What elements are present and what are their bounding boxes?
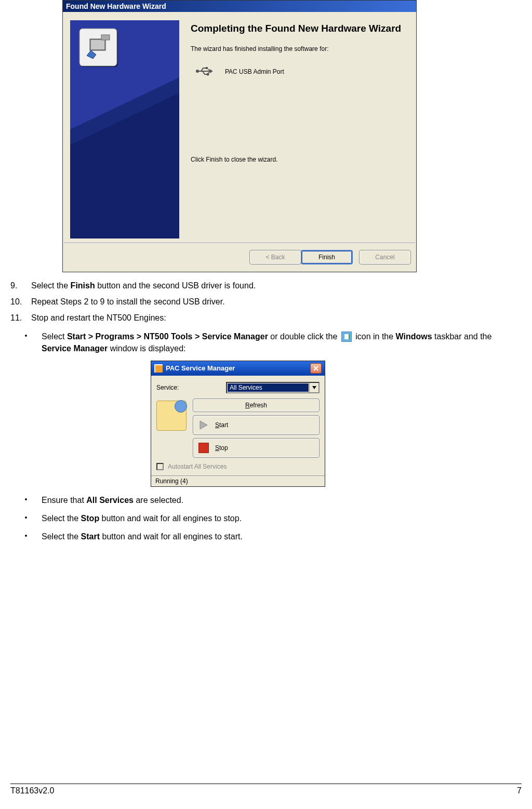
bullet-icon: • xyxy=(10,494,42,506)
close-button[interactable] xyxy=(310,363,322,374)
cancel-button[interactable]: Cancel xyxy=(359,250,411,264)
footer-doc-id: T81163v2.0 xyxy=(10,786,55,795)
page-footer: T81163v2.0 7 xyxy=(10,784,522,795)
hardware-wizard-window: Found New Hardware Wizard xyxy=(62,0,417,272)
sub-bullet-list: • Select Start > Programs > NT500 Tools … xyxy=(10,330,522,354)
service-manager-status: Running (4) xyxy=(151,475,325,486)
wizard-titlebar: Found New Hardware Wizard xyxy=(63,1,416,12)
wizard-heading: Completing the Found New Hardware Wizard xyxy=(191,22,404,35)
stop-icon xyxy=(198,443,209,453)
taskbar-service-icon xyxy=(341,331,352,342)
service-dropdown[interactable]: All Services xyxy=(226,382,320,393)
close-icon xyxy=(313,366,318,371)
chevron-down-icon xyxy=(309,383,318,392)
sub-bullet-list-cont: • Ensure that All Services are selected.… xyxy=(10,494,522,543)
step-text: Repeat Steps 2 to 9 to install the secon… xyxy=(31,296,522,308)
stop-button[interactable]: Stop xyxy=(193,438,320,458)
service-label: Service: xyxy=(156,384,179,391)
wizard-sidebar-graphic xyxy=(70,20,179,238)
device-name: PAC USB Admin Port xyxy=(225,68,284,75)
service-selected-value: All Services xyxy=(228,383,309,392)
sidebar-decoration-icon xyxy=(70,20,179,238)
autostart-checkbox[interactable]: Autostart All Services xyxy=(156,463,320,470)
service-manager-window: PAC Service Manager Service: All Service… xyxy=(151,361,325,487)
step-number: 11. xyxy=(10,312,31,324)
wizard-close-text: Click Finish to close the wizard. xyxy=(191,156,404,163)
svg-rect-6 xyxy=(91,40,104,49)
step-number: 9. xyxy=(10,280,31,291)
bullet-icon: • xyxy=(10,531,42,542)
service-manager-title: PAC Service Manager xyxy=(166,364,235,372)
back-button[interactable]: < Back xyxy=(249,250,301,264)
bullet-icon: • xyxy=(10,512,42,524)
usb-icon xyxy=(195,66,214,78)
service-manager-app-icon xyxy=(154,364,163,373)
refresh-button[interactable]: Refresh xyxy=(193,399,320,412)
step-text: Select the Finish button and the second … xyxy=(31,280,522,291)
bullet-text: Select the Start button and wait for all… xyxy=(42,531,522,542)
footer-page-number: 7 xyxy=(517,786,522,795)
step-text: Stop and restart the NT500 Engines: xyxy=(31,312,522,324)
bullet-text: Select Start > Programs > NT500 Tools > … xyxy=(42,330,522,354)
step-number: 10. xyxy=(10,296,31,308)
bullet-text: Ensure that All Services are selected. xyxy=(42,494,522,506)
autostart-label: Autostart All Services xyxy=(168,463,227,470)
finish-button[interactable]: Finish xyxy=(301,250,353,264)
checkbox-icon xyxy=(156,463,164,470)
service-manager-titlebar: PAC Service Manager xyxy=(151,361,325,376)
bullet-icon: • xyxy=(10,330,42,354)
svg-rect-7 xyxy=(101,35,110,40)
instruction-list: 9. Select the Finish button and the seco… xyxy=(10,280,522,324)
bullet-text: Select the Stop button and wait for all … xyxy=(42,512,522,524)
wizard-subtext: The wizard has finished installing the s… xyxy=(191,45,404,52)
svg-rect-9 xyxy=(206,67,208,69)
play-icon xyxy=(198,420,209,430)
start-button[interactable]: Start xyxy=(193,415,320,435)
services-icon xyxy=(156,401,187,431)
